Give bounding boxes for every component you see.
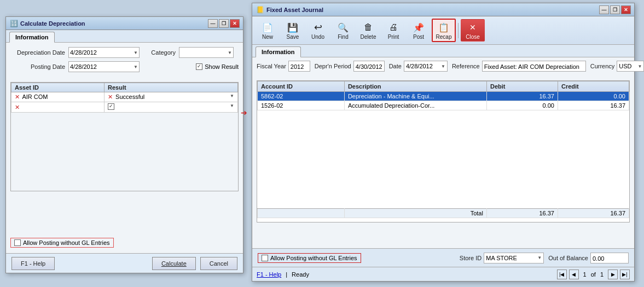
deprn-period-group: Depr'n Period 4/30/2012: [315, 61, 385, 72]
account-id-cell: 5862-02: [258, 92, 345, 101]
credit-cell-2: 16.37: [558, 101, 629, 110]
description-cell-2: Accumulated Depreciation-Cor...: [344, 101, 486, 110]
reference-group: Reference Fixed Asset: AIR COM Depreciat…: [452, 61, 586, 72]
help-button[interactable]: F1 - Help: [11, 257, 55, 270]
new-icon: 📄: [261, 21, 274, 34]
journal-bottom-bar: Allow Posting without GL Entries Store I…: [252, 248, 634, 267]
total-label: Total: [344, 209, 486, 218]
calc-allow-posting-checkbox[interactable]: [14, 239, 21, 246]
last-page-button[interactable]: ▶|: [620, 270, 630, 279]
depreciation-date-input[interactable]: 4/28/2012 ▼: [68, 47, 140, 58]
result-cell: ✕ Successful ▼: [105, 92, 238, 102]
depreciation-date-arrow: ▼: [134, 50, 138, 55]
date-input[interactable]: 4/28/2012 ▼: [404, 61, 448, 72]
show-result-area: Show Result: [196, 63, 239, 70]
undo-button[interactable]: ↩ Undo: [306, 19, 330, 42]
empty-row: [258, 110, 629, 209]
table-row[interactable]: ✕ AIR COM ✕ Successful ▼: [11, 92, 238, 102]
journal-window-icon: [256, 5, 264, 14]
show-result-checkbox[interactable]: [196, 63, 202, 70]
deprn-period-input[interactable]: 4/30/2012: [353, 61, 385, 72]
journal-restore-button[interactable]: ❐: [610, 5, 620, 14]
status-separator: |: [286, 271, 287, 278]
result2-dropdown-arrow: ▼: [230, 103, 234, 108]
recap-icon: 📋: [437, 21, 450, 34]
description-cell: Depreciation - Machine & Equi...: [344, 92, 486, 101]
out-of-balance-input[interactable]: 0.00: [590, 253, 629, 263]
col-asset-id: Asset ID: [11, 83, 105, 92]
calc-allow-posting-area: Allow Posting without GL Entries: [10, 238, 114, 248]
reference-label: Reference: [452, 63, 480, 69]
category-input[interactable]: ▼: [179, 47, 234, 58]
calc-minimize-button[interactable]: —: [208, 19, 218, 28]
calc-tab-information[interactable]: Information: [9, 32, 55, 43]
prev-page-button[interactable]: ◀: [569, 270, 579, 279]
calculate-button[interactable]: Calculate: [152, 257, 196, 270]
delete-button[interactable]: 🗑 Delete: [356, 19, 380, 42]
currency-arrow: ▼: [637, 64, 642, 69]
row-x-icon: ✕: [15, 93, 20, 100]
journal-minimize-button[interactable]: —: [599, 5, 609, 14]
journal-form-area: Fiscal Year 2012 Depr'n Period 4/30/2012…: [252, 57, 634, 78]
journal-table-row[interactable]: 5862-02 Depreciation - Machine & Equi...…: [258, 92, 629, 101]
calc-table-container: Asset ID Result ✕ AIR COM ✕ Successful ▼: [10, 82, 239, 191]
journal-tab-bar: Information: [252, 45, 634, 57]
depreciation-date-row: Depreciation Date 4/28/2012 ▼ Category ▼: [10, 47, 239, 58]
total-credit: 16.37: [558, 209, 629, 218]
new-button[interactable]: 📄 New: [256, 19, 280, 42]
journal-tab-information[interactable]: Information: [256, 46, 301, 57]
date-group: Date 4/28/2012 ▼: [389, 61, 448, 72]
date-arrow: ▼: [441, 64, 445, 69]
calc-window-title: Calculate Depreciation: [20, 20, 208, 27]
journal-allow-posting-checkbox[interactable]: [262, 255, 268, 261]
posting-date-arrow: ▼: [134, 65, 138, 69]
journal-window-title: Fixed Asset Journal: [266, 7, 599, 13]
help-status-link[interactable]: F1 - Help: [257, 271, 281, 278]
next-page-button[interactable]: ▶: [608, 270, 618, 279]
fiscal-year-input[interactable]: 2012: [288, 61, 310, 72]
first-page-button[interactable]: |◀: [557, 270, 567, 279]
store-id-select[interactable]: MA STORE ▼: [484, 253, 544, 263]
calc-title-bar: Calculate Depreciation — ❐ ✕: [6, 17, 243, 30]
calc-restore-button[interactable]: ❐: [219, 19, 229, 28]
result-dropdown-arrow: ▼: [230, 93, 234, 98]
save-button[interactable]: 💾 Save: [281, 19, 305, 42]
find-button[interactable]: 🔍 Find: [331, 19, 355, 42]
row2-x-icon: ✕: [15, 104, 20, 110]
cancel-button[interactable]: Cancel: [200, 257, 237, 270]
asset-id-cell: ✕ AIR COM: [11, 92, 105, 102]
debit-cell-2: 0.00: [486, 101, 558, 110]
journal-allow-posting-area: Allow Posting without GL Entries: [258, 253, 361, 263]
journal-window: Fixed Asset Journal — ❐ ✕ 📄 New 💾 Save ↩…: [252, 3, 635, 282]
store-id-group: Store ID MA STORE ▼: [460, 253, 544, 263]
journal-allow-posting-label: Allow Posting without GL Entries: [270, 255, 357, 261]
table-row[interactable]: ✕ ▼: [11, 102, 238, 113]
calc-close-button[interactable]: ✕: [230, 19, 240, 28]
category-arrow: ▼: [228, 50, 232, 55]
journal-title-bar: Fixed Asset Journal — ❐ ✕: [252, 3, 634, 16]
calc-data-table: Asset ID Result ✕ AIR COM ✕ Successful ▼: [11, 83, 238, 113]
save-icon: 💾: [286, 21, 299, 34]
category-label: Category: [143, 49, 176, 56]
store-id-label: Store ID: [460, 255, 481, 261]
post-button[interactable]: 📌 Post: [407, 19, 431, 42]
journal-close-button[interactable]: ✕: [621, 5, 631, 14]
calc-form-area: Depreciation Date 4/28/2012 ▼ Category ▼…: [6, 43, 243, 80]
currency-label: Currency: [590, 63, 615, 69]
print-button[interactable]: 🖨 Print: [381, 19, 405, 42]
close-tool-button[interactable]: ✕ Close: [461, 19, 485, 42]
col-debit: Debit: [486, 81, 558, 92]
calc-window-icon: [9, 19, 18, 28]
debit-cell: 16.37: [486, 92, 558, 101]
post-icon: 📌: [412, 21, 425, 34]
posting-date-input[interactable]: 4/28/2012 ▼: [68, 61, 140, 72]
currency-select[interactable]: USD ▼: [617, 61, 644, 72]
of-label: of: [591, 271, 596, 278]
recap-button[interactable]: 📋 Recap: [432, 19, 456, 42]
journal-toolbar: 📄 New 💾 Save ↩ Undo 🔍 Find 🗑 Delete 🖨 Pr…: [252, 16, 634, 45]
current-page: 1: [581, 271, 589, 278]
journal-title-buttons: — ❐ ✕: [599, 5, 631, 14]
reference-input[interactable]: Fixed Asset: AIR COM Depreciation: [482, 61, 586, 72]
calc-allow-posting-label: Allow Posting without GL Entries: [23, 239, 110, 246]
journal-table-row[interactable]: 1526-02 Accumulated Depreciation-Cor... …: [258, 101, 629, 110]
